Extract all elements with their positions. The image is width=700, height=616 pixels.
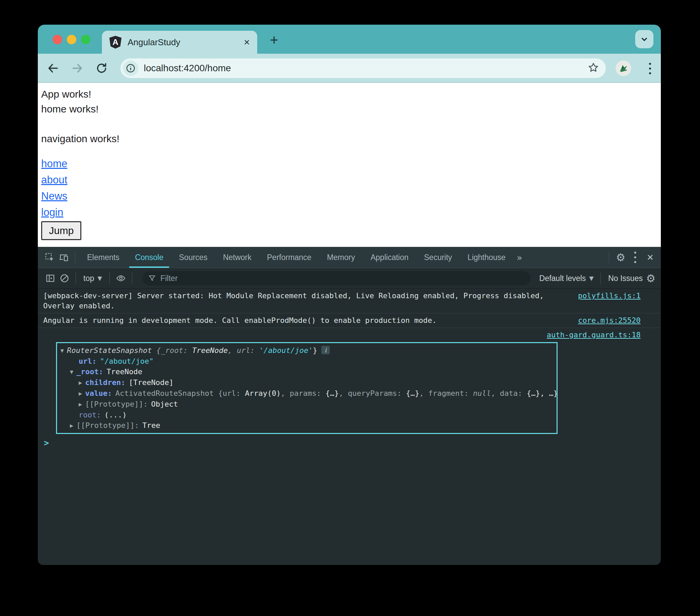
object-property-row[interactable]: ▶children:[TreeNode] — [57, 377, 557, 388]
context-selector[interactable]: top ▼ — [80, 274, 105, 283]
browser-window: A AngularStudy × + localhost:4200/home — [38, 25, 661, 565]
forward-arrow-icon — [71, 62, 84, 75]
back-button[interactable] — [47, 62, 59, 75]
object-property-row[interactable]: ▶[[Prototype]]:Tree — [57, 420, 557, 431]
inspect-cursor-icon — [45, 252, 55, 262]
sidebar-icon — [45, 273, 55, 283]
console-message: [webpack-dev-server] Server started: Hot… — [38, 289, 661, 313]
home-link[interactable]: home — [41, 156, 67, 172]
object-property-row: url:"/about/joe" — [57, 356, 557, 367]
expand-arrow-icon[interactable]: ▶ — [79, 399, 82, 410]
address-bar[interactable]: localhost:4200/home — [121, 59, 606, 78]
devtools-menu-button[interactable] — [628, 250, 642, 264]
info-icon — [126, 63, 136, 73]
console-output: [webpack-dev-server] Server started: Hot… — [38, 289, 661, 448]
home-works-text: home works! — [41, 102, 661, 116]
site-info-button[interactable] — [123, 60, 138, 76]
expand-arrow-icon[interactable]: ▼ — [70, 367, 73, 377]
context-label: top — [83, 274, 94, 283]
logged-object: ▼RouterStateSnapshot {_root: TreeNode, u… — [56, 342, 558, 434]
tab-sources[interactable]: Sources — [171, 247, 215, 268]
jump-button[interactable]: Jump — [41, 221, 82, 240]
funnel-icon — [148, 274, 156, 283]
minimize-window-button[interactable] — [67, 35, 76, 44]
tab-elements[interactable]: Elements — [79, 247, 127, 268]
console-settings-icon[interactable]: ⚙ — [646, 272, 655, 284]
issues-counter[interactable]: No Issues — [605, 274, 646, 283]
divider — [600, 272, 601, 284]
devtools-settings-icon[interactable]: ⚙ — [616, 251, 625, 263]
new-tab-button[interactable]: + — [266, 32, 282, 48]
about-link[interactable]: about — [41, 172, 67, 188]
divider — [76, 272, 76, 284]
blank-line — [41, 116, 661, 131]
close-window-button[interactable] — [53, 35, 62, 44]
tab-performance[interactable]: Performance — [259, 247, 319, 268]
tab-lighthouse[interactable]: Lighthouse — [460, 247, 513, 268]
source-link[interactable]: polyfills.js:1 — [578, 291, 641, 301]
reload-icon — [95, 62, 108, 75]
divider — [609, 251, 609, 263]
expand-arrow-icon[interactable]: ▼ — [60, 345, 64, 356]
clear-console-icon — [59, 273, 70, 283]
console-filter[interactable] — [142, 271, 530, 285]
back-arrow-icon — [47, 62, 59, 75]
forward-button[interactable] — [71, 62, 84, 75]
caret-down-icon: ▼ — [98, 275, 102, 282]
console-sidebar-toggle[interactable] — [43, 271, 58, 285]
filter-input[interactable] — [160, 274, 525, 283]
device-toolbar-icon — [59, 252, 69, 262]
tab-memory[interactable]: Memory — [319, 247, 363, 268]
news-link[interactable]: News — [41, 188, 67, 204]
divider — [109, 272, 110, 284]
tab-network[interactable]: Network — [215, 247, 259, 268]
inspect-element-button[interactable] — [42, 250, 57, 264]
expand-arrow-icon[interactable]: ▶ — [70, 420, 73, 431]
message-text: Angular is running in development mode. … — [43, 316, 578, 325]
object-property-row[interactable]: ▶[[Prototype]]:Object — [57, 399, 557, 410]
divider — [132, 272, 132, 284]
window-controls — [53, 35, 90, 44]
expand-arrow-icon[interactable]: ▶ — [79, 389, 82, 399]
tab-console[interactable]: Console — [127, 247, 171, 268]
tab-application[interactable]: Application — [363, 247, 416, 268]
star-icon — [588, 62, 599, 73]
invoke-getter[interactable]: (...) — [104, 411, 127, 419]
bookmark-star-button[interactable] — [588, 62, 599, 75]
message-text: [webpack-dev-server] Server started: Hot… — [43, 291, 578, 311]
object-property-row[interactable]: ▼_root:TreeNode — [57, 367, 557, 377]
angular-logo-icon: A — [109, 36, 122, 49]
profile-avatar[interactable] — [616, 60, 631, 76]
login-link[interactable]: login — [41, 204, 63, 221]
browser-tab-angularstudy[interactable]: A AngularStudy × — [102, 31, 257, 54]
tab-close-icon[interactable]: × — [244, 36, 250, 48]
page-content: App works! home works! navigation works!… — [38, 83, 661, 247]
tab-security[interactable]: Security — [416, 247, 460, 268]
close-devtools-icon[interactable]: × — [645, 251, 655, 264]
source-link[interactable]: core.mjs:25520 — [578, 316, 641, 325]
object-header-row[interactable]: ▼RouterStateSnapshot {_root: TreeNode, u… — [57, 345, 557, 356]
source-link[interactable]: auth-gard.guard.ts:18 — [547, 330, 641, 340]
log-levels-selector[interactable]: Default levels ▼ — [537, 274, 596, 283]
caret-down-icon: ▼ — [589, 275, 594, 282]
url-text[interactable]: localhost:4200/home — [144, 63, 588, 74]
console-input-row[interactable]: > — [38, 434, 661, 448]
navigation-works-text: navigation works! — [41, 131, 661, 146]
expand-arrow-icon[interactable]: ▶ — [79, 378, 82, 388]
devtools-tab-bar: Elements Console Sources Network Perform… — [38, 247, 661, 268]
console-message: Angular is running in development mode. … — [38, 313, 661, 328]
info-badge: i — [321, 346, 330, 354]
object-property-row[interactable]: ▶value:ActivatedRouteSnapshot {url: Arra… — [57, 388, 557, 399]
console-message: auth-gard.guard.ts:18 — [38, 328, 661, 342]
clear-console-button[interactable] — [58, 271, 72, 285]
reload-button[interactable] — [95, 62, 108, 75]
device-toolbar-button[interactable] — [57, 250, 71, 264]
more-tabs-icon[interactable]: » — [513, 252, 526, 263]
devtools-panel: Elements Console Sources Network Perform… — [38, 247, 661, 565]
zoom-window-button[interactable] — [81, 35, 90, 44]
tab-search-button[interactable] — [635, 30, 653, 48]
browser-menu-button[interactable] — [647, 61, 653, 76]
object-property-row[interactable]: root:(...) — [57, 410, 557, 420]
live-expression-button[interactable] — [114, 271, 128, 285]
eye-icon — [116, 273, 126, 283]
